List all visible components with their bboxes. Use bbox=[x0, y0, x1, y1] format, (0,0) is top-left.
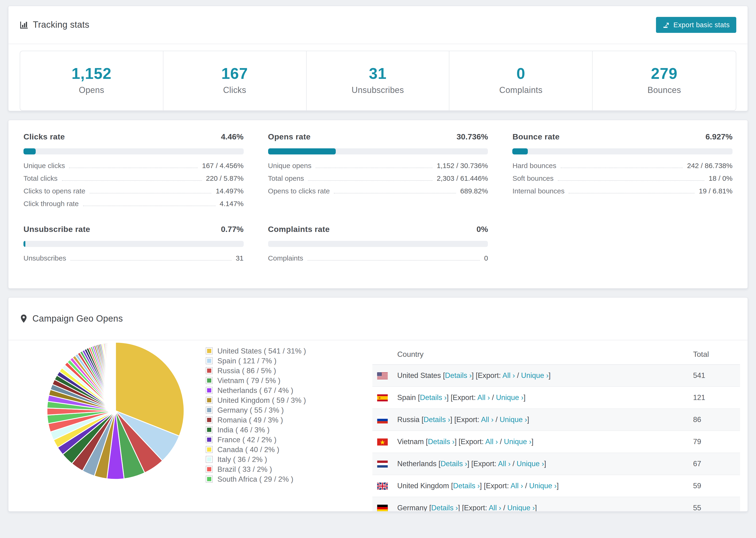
stat-value: 1,152 / 30.736% bbox=[437, 162, 488, 170]
legend-swatch bbox=[206, 436, 213, 443]
stat-row: Total opens2,303 / 61.446% bbox=[268, 172, 488, 185]
legend-item-canada: Canada ( 40 / 2% ) bbox=[206, 445, 328, 455]
geo-header-country: Country bbox=[393, 344, 688, 365]
details-link-netherlands[interactable]: Details › bbox=[441, 460, 467, 468]
geo-row-united-states: United States [Details ›] [Export: All ›… bbox=[372, 365, 740, 387]
legend-swatch bbox=[206, 417, 213, 424]
total-cell: 541 bbox=[688, 365, 740, 387]
export-word: Export: bbox=[473, 460, 498, 468]
flag-cell bbox=[372, 431, 393, 453]
flag-cell bbox=[372, 497, 393, 511]
rate-title: Bounce rate bbox=[513, 133, 560, 142]
export-word: Export: bbox=[460, 438, 485, 446]
stat-row: Soft bounces18 / 0% bbox=[513, 172, 732, 185]
tracking-stats-card: Tracking stats Export basic stats 1,152O… bbox=[8, 6, 748, 112]
progress-fill bbox=[24, 149, 36, 155]
rate-header: Clicks rate4.46% bbox=[24, 133, 243, 142]
dotted-leader bbox=[334, 189, 456, 194]
details-link-united-states[interactable]: Details › bbox=[445, 372, 472, 380]
country-name: Germany bbox=[397, 504, 429, 511]
export-word: Export: bbox=[453, 394, 477, 402]
export-all-link-netherlands[interactable]: All › bbox=[498, 460, 511, 468]
export-unique-link-spain[interactable]: Unique › bbox=[496, 394, 523, 402]
vietnam-flag-icon bbox=[377, 439, 388, 446]
stat-label: Clicks to opens rate bbox=[24, 187, 85, 195]
bracket: ] [ bbox=[447, 394, 453, 402]
rate-section-unsubscribe-rate: Unsubscribe rate0.77%Unsubscribes31 bbox=[24, 225, 243, 265]
summary-label: Complaints bbox=[453, 86, 589, 95]
geo-pie-chart bbox=[45, 341, 186, 511]
export-unique-link-netherlands[interactable]: Unique › bbox=[516, 460, 544, 468]
country-name: Netherlands bbox=[397, 460, 439, 468]
country-cell: Vietnam [Details ›] [Export: All › / Uni… bbox=[393, 431, 688, 453]
details-link-spain[interactable]: Details › bbox=[420, 394, 447, 402]
netherlands-flag-icon bbox=[377, 460, 388, 467]
export-unique-link-united-kingdom[interactable]: Unique › bbox=[529, 482, 557, 490]
export-word: Export: bbox=[457, 416, 481, 424]
dotted-leader bbox=[89, 189, 211, 194]
stat-value: 2,303 / 61.446% bbox=[437, 174, 488, 183]
export-all-link-united-states[interactable]: All › bbox=[503, 372, 515, 380]
bracket: [ bbox=[443, 372, 445, 380]
stat-value: 167 / 4.456% bbox=[202, 162, 244, 170]
export-all-link-vietnam[interactable]: All › bbox=[485, 438, 498, 446]
separator: / bbox=[515, 372, 521, 380]
bar-chart-icon bbox=[20, 21, 28, 29]
legend-label: Germany ( 55 / 3% ) bbox=[217, 406, 284, 414]
rate-section-opens-rate: Opens rate30.736%Unique opens1,152 / 30.… bbox=[268, 133, 488, 210]
legend-label: United Kingdom ( 59 / 3% ) bbox=[217, 396, 306, 405]
legend-item-netherlands: Netherlands ( 67 / 4% ) bbox=[206, 386, 328, 396]
summary-stats: 1,152Opens167Clicks31Unsubscribes0Compla… bbox=[20, 51, 736, 111]
stat-value: 242 / 86.738% bbox=[687, 162, 732, 170]
stat-label: Hard bounces bbox=[513, 162, 557, 170]
stat-label: Internal bounces bbox=[513, 187, 565, 195]
dotted-leader bbox=[315, 164, 432, 168]
flag-cell bbox=[372, 475, 393, 497]
stat-row: Unique opens1,152 / 30.736% bbox=[268, 159, 488, 172]
details-link-germany[interactable]: Details › bbox=[431, 504, 458, 511]
dotted-leader bbox=[62, 176, 202, 181]
stat-row: Internal bounces19 / 6.81% bbox=[513, 185, 732, 197]
country-name: United States bbox=[397, 372, 443, 380]
country-name: Vietnam bbox=[397, 438, 426, 446]
export-unique-link-russia[interactable]: Unique › bbox=[500, 416, 527, 424]
legend-item-italy: Italy ( 36 / 2% ) bbox=[206, 455, 328, 464]
stat-label: Opens to clicks rate bbox=[268, 187, 330, 195]
stat-value: 220 / 5.87% bbox=[206, 174, 243, 183]
stat-label: Total clicks bbox=[24, 174, 58, 183]
summary-box-bounces: 279Bounces bbox=[593, 51, 736, 111]
legend-swatch bbox=[206, 446, 213, 453]
total-cell: 59 bbox=[688, 475, 740, 497]
export-unique-link-vietnam[interactable]: Unique › bbox=[504, 438, 531, 446]
details-link-vietnam[interactable]: Details › bbox=[428, 438, 455, 446]
summary-value: 279 bbox=[596, 65, 732, 82]
dotted-leader bbox=[83, 202, 215, 206]
stat-label: Unsubscribes bbox=[24, 254, 66, 262]
export-all-link-germany[interactable]: All › bbox=[489, 504, 501, 511]
export-basic-stats-button[interactable]: Export basic stats bbox=[656, 17, 736, 33]
flag-cell bbox=[372, 453, 393, 475]
export-unique-link-united-states[interactable]: Unique › bbox=[521, 372, 549, 380]
separator: / bbox=[501, 504, 507, 511]
legend-label: France ( 42 / 2% ) bbox=[217, 436, 277, 444]
separator: / bbox=[498, 438, 504, 446]
rate-title: Complaints rate bbox=[268, 225, 330, 235]
stat-row: Hard bounces242 / 86.738% bbox=[513, 159, 732, 172]
legend-swatch bbox=[206, 367, 213, 374]
export-unique-link-germany[interactable]: Unique › bbox=[507, 504, 535, 511]
export-all-link-united-kingdom[interactable]: All › bbox=[511, 482, 523, 490]
tracking-stats-header: Tracking stats Export basic stats bbox=[9, 6, 747, 44]
progress-fill bbox=[24, 241, 26, 247]
page: Tracking stats Export basic stats 1,152O… bbox=[0, 0, 756, 538]
rate-value: 0.77% bbox=[221, 225, 243, 235]
page-title: Tracking stats bbox=[33, 20, 89, 30]
export-word: Export: bbox=[486, 482, 511, 490]
export-all-link-russia[interactable]: All › bbox=[481, 416, 494, 424]
details-link-russia[interactable]: Details › bbox=[423, 416, 450, 424]
legend-label: Russia ( 86 / 5% ) bbox=[217, 367, 276, 375]
details-link-united-kingdom[interactable]: Details › bbox=[453, 482, 480, 490]
rate-header: Unsubscribe rate0.77% bbox=[24, 225, 243, 235]
export-all-link-spain[interactable]: All › bbox=[477, 394, 490, 402]
total-cell: 67 bbox=[688, 453, 740, 475]
country-cell: Spain [Details ›] [Export: All › / Uniqu… bbox=[393, 387, 688, 409]
